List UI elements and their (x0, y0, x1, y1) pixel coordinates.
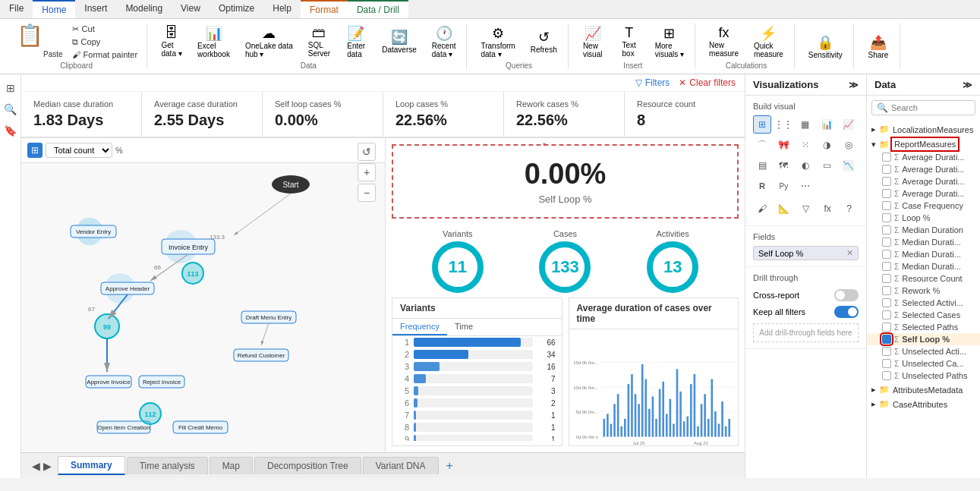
excel-workbook-button[interactable]: 📊 Excelworkbook (193, 24, 235, 60)
tab-file[interactable]: File (0, 0, 33, 18)
tab-summary[interactable]: Summary (58, 456, 125, 475)
tab-format[interactable]: Format (301, 0, 348, 18)
viz-format-icon[interactable]: 🖌 (753, 198, 772, 219)
tab-frequency[interactable]: Frequency (392, 319, 447, 335)
viz-ribbon-icon[interactable]: 🎀 (774, 136, 793, 154)
data-item[interactable]: Σ Median Durati... (867, 236, 980, 248)
item-checkbox[interactable] (882, 274, 891, 283)
quick-measure-button[interactable]: ⚡ Quickmeasure (749, 24, 788, 60)
publish-button[interactable]: 📤 Share (863, 33, 893, 61)
onelake-button[interactable]: ☁ OneLake datahub ▾ (241, 24, 298, 60)
item-checkbox[interactable] (882, 201, 891, 210)
tab-variant-dna[interactable]: Variant DNA (363, 457, 439, 474)
data-item[interactable]: Σ Selected Activi... (867, 297, 980, 309)
data-item[interactable]: Σ Median Durati... (867, 248, 980, 260)
data-item[interactable]: Σ Self Loop % (867, 333, 980, 345)
viz-analytics-icon[interactable]: 📐 (775, 198, 794, 219)
data-item[interactable]: Σ Unselected Paths (867, 370, 980, 382)
item-checkbox[interactable] (882, 347, 891, 356)
item-checkbox[interactable] (882, 177, 891, 186)
bookmark-nav-icon[interactable]: 🔖 (3, 123, 18, 138)
transform-data-button[interactable]: ⚙ Transformdata ▾ (476, 24, 519, 60)
viz-matrix-icon[interactable]: ⋮⋮ (774, 115, 793, 134)
enter-data-button[interactable]: 📝 Enterdata (341, 24, 371, 60)
data-group-header-caseattributes[interactable]: ▸ 📁 CaseAttributes (867, 398, 980, 411)
data-item[interactable]: Σ Resource Count (867, 272, 980, 285)
tab-help[interactable]: Help (263, 0, 301, 18)
item-checkbox[interactable] (882, 371, 891, 380)
item-checkbox[interactable] (882, 359, 891, 368)
item-checkbox[interactable] (882, 298, 891, 307)
keep-filters-toggle[interactable] (834, 306, 859, 318)
data-item[interactable]: Σ Average Durati... (867, 163, 980, 175)
cut-button[interactable]: ✂ Cut (69, 24, 141, 35)
tab-decomposition-tree[interactable]: Decomposition Tree (254, 457, 361, 474)
viz-map-icon[interactable]: 🗺 (774, 156, 793, 175)
process-map-mode-icon[interactable]: ⊞ (27, 143, 43, 158)
copy-button[interactable]: ⧉ Copy (69, 36, 141, 48)
viz-bar-icon[interactable]: ▦ (796, 115, 815, 134)
recent-data-button[interactable]: 🕐 Recentdata ▾ (427, 24, 461, 60)
tab-time-analysis[interactable]: Time analysis (127, 457, 208, 474)
viz-scatter-icon[interactable]: ⁙ (796, 136, 815, 154)
item-checkbox[interactable] (882, 323, 891, 332)
viz-r-icon[interactable]: R (753, 177, 771, 195)
data-item[interactable]: Σ Average Durati... (867, 187, 980, 200)
item-checkbox[interactable] (882, 213, 891, 222)
item-checkbox[interactable] (882, 250, 891, 259)
home-nav-icon[interactable]: ⊞ (3, 80, 18, 96)
viz-card-icon[interactable]: ▭ (818, 156, 836, 175)
tab-data-drill[interactable]: Data / Drill (348, 0, 408, 18)
tab-insert[interactable]: Insert (75, 0, 116, 18)
cross-report-toggle[interactable] (834, 289, 859, 301)
viz-table-icon[interactable]: ⊞ (753, 115, 771, 134)
data-group-header-reportmeasures[interactable]: ▾ 📁 ReportMeasures (867, 137, 980, 151)
sensitivity-button[interactable]: 🔒 Sensitivity (804, 33, 847, 61)
total-count-dropdown[interactable]: Total count (46, 143, 112, 158)
paste-button[interactable]: 📋 Paste (12, 24, 68, 60)
item-checkbox[interactable] (882, 225, 891, 234)
sql-server-button[interactable]: 🗃 SQLServer (304, 24, 335, 60)
viz-panel-collapse-icon[interactable]: ≫ (849, 80, 859, 90)
data-item[interactable]: Σ Average Durati... (867, 175, 980, 187)
tab-view[interactable]: View (172, 0, 210, 18)
field-remove-button[interactable]: ✕ (846, 248, 853, 258)
viz-col-chart-icon[interactable]: 📊 (818, 115, 836, 134)
zoom-out-button[interactable]: − (358, 184, 376, 202)
data-panel-collapse-icon[interactable]: ≫ (963, 80, 972, 90)
tab-modeling[interactable]: Modeling (116, 0, 172, 18)
item-checkbox[interactable] (882, 335, 891, 344)
dataverse-button[interactable]: 🔄 Dataverse (377, 24, 421, 60)
data-item[interactable]: Σ Median Durati... (867, 260, 980, 272)
add-tab-button[interactable]: + (440, 458, 459, 474)
data-item[interactable]: Σ Median Duration (867, 224, 980, 236)
viz-treemap-icon[interactable]: ▤ (753, 156, 771, 175)
more-visuals-button[interactable]: ⊞ Morevisuals ▾ (651, 24, 689, 60)
refresh-button[interactable]: ↺ Refresh (526, 24, 562, 60)
item-checkbox[interactable] (882, 286, 891, 295)
zoom-in-button[interactable]: + (358, 163, 376, 181)
tab-time[interactable]: Time (447, 319, 481, 335)
data-item[interactable]: Σ Unselected Acti... (867, 345, 980, 357)
viz-fx-icon[interactable]: fx (818, 198, 837, 219)
get-data-button[interactable]: 🗄 Getdata ▾ (156, 24, 187, 60)
item-checkbox[interactable] (882, 262, 891, 271)
text-box-button[interactable]: T Textbox (614, 24, 644, 60)
data-item[interactable]: Σ Unselected Ca... (867, 357, 980, 370)
data-item[interactable]: Σ Selected Paths (867, 321, 980, 333)
viz-kpi-icon[interactable]: 📉 (840, 156, 858, 175)
item-checkbox[interactable] (882, 310, 891, 319)
item-checkbox[interactable] (882, 153, 891, 162)
data-item[interactable]: Σ Average Durati... (867, 151, 980, 163)
tab-map[interactable]: Map (210, 457, 253, 474)
tab-optimize[interactable]: Optimize (210, 0, 263, 18)
data-item[interactable]: Σ Rework % (867, 285, 980, 297)
new-measure-button[interactable]: fx Newmeasure (704, 24, 743, 60)
data-group-header-localizationmeasures[interactable]: ▸ 📁 LocalizationMeasures (867, 123, 980, 136)
viz-area-icon[interactable]: ⌒ (753, 136, 771, 154)
filters-button[interactable]: ▽ Filters (635, 77, 670, 88)
data-group-header-attributesmetadata[interactable]: ▸ 📁 AttributesMetadata (867, 383, 980, 396)
data-item[interactable]: Σ Case Frequency (867, 200, 980, 212)
refresh-map-button[interactable]: ↺ (358, 143, 376, 161)
tab-prev-button[interactable]: ◀ (30, 460, 42, 472)
